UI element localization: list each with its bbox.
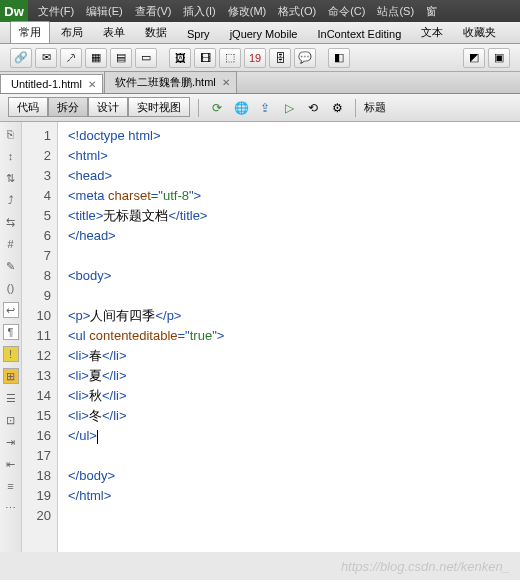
code-nav-icon[interactable]: ☰	[3, 390, 19, 406]
view-button[interactable]: 设计	[88, 97, 128, 117]
document-tab[interactable]: 软件二班魏鲁鹏.html✕	[104, 71, 237, 93]
title-label: 标题	[364, 100, 386, 115]
options-icon[interactable]: ⚙	[327, 99, 347, 117]
preview-icon[interactable]: ▷	[279, 99, 299, 117]
table-icon[interactable]: ▦	[85, 48, 107, 68]
menu-item[interactable]: 窗	[420, 2, 443, 21]
media-icon[interactable]: 🎞	[194, 48, 216, 68]
category-tab[interactable]: 文本	[412, 21, 452, 43]
app-logo: Dw	[0, 0, 28, 22]
highlight-icon[interactable]: ✎	[3, 258, 19, 274]
document-tab-label: 软件二班魏鲁鹏.html	[115, 75, 216, 90]
close-icon[interactable]: ✕	[88, 79, 96, 90]
menu-item[interactable]: 文件(F)	[32, 2, 80, 21]
menu-item[interactable]: 站点(S)	[371, 2, 420, 21]
category-tab[interactable]: jQuery Mobile	[221, 24, 307, 43]
globe-icon[interactable]: 🌐	[231, 99, 251, 117]
div-icon[interactable]: ▭	[135, 48, 157, 68]
category-tab[interactable]: Spry	[178, 24, 219, 43]
menu-item[interactable]: 命令(C)	[322, 2, 371, 21]
menu-item[interactable]: 编辑(E)	[80, 2, 129, 21]
category-tab[interactable]: 数据	[136, 21, 176, 43]
word-wrap-icon[interactable]: ↩	[3, 302, 19, 318]
menu-item[interactable]: 修改(M)	[222, 2, 273, 21]
image-icon[interactable]: 🖼	[169, 48, 191, 68]
open-docs-icon[interactable]: ⎘	[3, 126, 19, 142]
refresh-icon[interactable]: ⟲	[303, 99, 323, 117]
code-editor: ⎘ ↕ ⇅ ⤴ ⇆ # ✎ () ↩ ¶ ! ⊞ ☰ ⊡ ⇥ ⇤ ≡ ⋯ 123…	[0, 122, 520, 552]
main-menu: 文件(F)编辑(E)查看(V)插入(I)修改(M)格式(O)命令(C)站点(S)…	[28, 2, 443, 21]
expand-icon[interactable]: ⇅	[3, 170, 19, 186]
category-tab[interactable]: 常用	[10, 21, 50, 43]
category-tab[interactable]: 布局	[52, 21, 92, 43]
format-icon[interactable]: ≡	[3, 478, 19, 494]
category-tab[interactable]: 收藏夹	[454, 21, 505, 43]
view-button[interactable]: 拆分	[48, 97, 88, 117]
hyperlink-icon[interactable]: 🔗	[10, 48, 32, 68]
code-toolbar: ⎘ ↕ ⇅ ⤴ ⇆ # ✎ () ↩ ¶ ! ⊞ ☰ ⊡ ⇥ ⇤ ≡ ⋯	[0, 122, 22, 552]
insert-toolbar: 🔗 ✉ ⸕ ▦ ▤ ▭ 🖼 🎞 ⬚ 19 🗄 💬 ◧ ◩ ▣	[0, 44, 520, 72]
titlebar: Dw 文件(F)编辑(E)查看(V)插入(I)修改(M)格式(O)命令(C)站点…	[0, 0, 520, 22]
menu-item[interactable]: 插入(I)	[177, 2, 221, 21]
close-icon[interactable]: ✕	[222, 77, 230, 88]
select-parent-icon[interactable]: ⤴	[3, 192, 19, 208]
head-icon[interactable]: ◧	[328, 48, 350, 68]
view-button[interactable]: 实时视图	[128, 97, 190, 117]
template-icon[interactable]: ▣	[488, 48, 510, 68]
server-icon[interactable]: 🗄	[269, 48, 291, 68]
anchor-icon[interactable]: ⸕	[60, 48, 82, 68]
upload-icon[interactable]: ⇪	[255, 99, 275, 117]
line-numbers: 1234567891011121314151617181920	[22, 122, 58, 552]
script-icon[interactable]: ◩	[463, 48, 485, 68]
snippet-icon[interactable]: ⊡	[3, 412, 19, 428]
code-area[interactable]: <!doctype html><html><head><meta charset…	[58, 122, 520, 552]
menu-item[interactable]: 格式(O)	[272, 2, 322, 21]
widget-icon[interactable]: ⬚	[219, 48, 241, 68]
view-button[interactable]: 代码	[8, 97, 48, 117]
document-tab[interactable]: Untitled-1.html✕	[0, 74, 103, 93]
line-numbers-icon[interactable]: #	[3, 236, 19, 252]
comment-icon[interactable]: 💬	[294, 48, 316, 68]
recent-icon[interactable]: ⋯	[3, 500, 19, 516]
category-tab[interactable]: 表单	[94, 21, 134, 43]
syntax-error-icon[interactable]: !	[3, 346, 19, 362]
balance-icon[interactable]: ⇆	[3, 214, 19, 230]
watermark: https://blog.csdn.net/kenken_	[341, 559, 510, 574]
layout-icon[interactable]: ▤	[110, 48, 132, 68]
collapse-icon[interactable]: ↕	[3, 148, 19, 164]
category-tab[interactable]: InContext Editing	[308, 24, 410, 43]
document-tab-label: Untitled-1.html	[11, 78, 82, 90]
live-data-icon[interactable]: ⟳	[207, 99, 227, 117]
document-toolbar: 代码拆分设计实时视图 ⟳ 🌐 ⇪ ▷ ⟲ ⚙ 标题	[0, 94, 520, 122]
mail-icon[interactable]: ✉	[35, 48, 57, 68]
insert-category-bar: 常用布局表单数据SpryjQuery MobileInContext Editi…	[0, 22, 520, 44]
date-icon[interactable]: 19	[244, 48, 266, 68]
document-tabs: Untitled-1.html✕软件二班魏鲁鹏.html✕	[0, 72, 520, 94]
reference-icon[interactable]: ⊞	[3, 368, 19, 384]
outdent-icon[interactable]: ⇤	[3, 456, 19, 472]
syntax-icon[interactable]: ()	[3, 280, 19, 296]
menu-item[interactable]: 查看(V)	[129, 2, 178, 21]
indent-icon[interactable]: ⇥	[3, 434, 19, 450]
invisible-icon[interactable]: ¶	[3, 324, 19, 340]
